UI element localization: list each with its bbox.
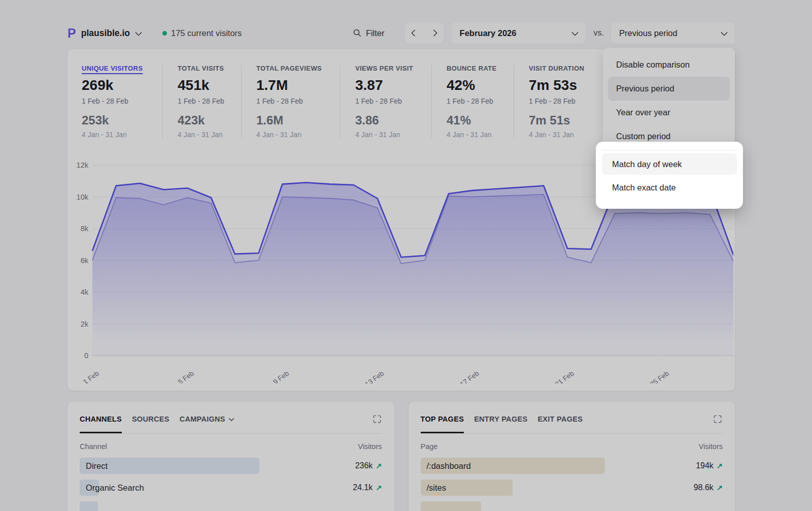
dim-overlay [0,0,812,511]
menu-item-match-day-of-week[interactable]: Match day of week [602,153,737,175]
match-mode-spotlight: Match day of week Match exact date [596,142,743,209]
menu-divider [602,150,737,150]
menu-item-match-exact-date[interactable]: Match exact date [602,177,737,198]
